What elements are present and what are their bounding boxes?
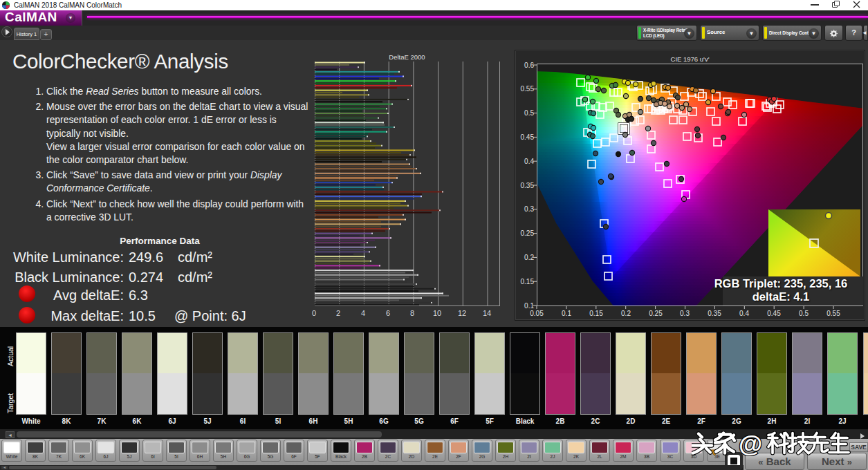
svg-text:@: @ [739, 431, 762, 456]
